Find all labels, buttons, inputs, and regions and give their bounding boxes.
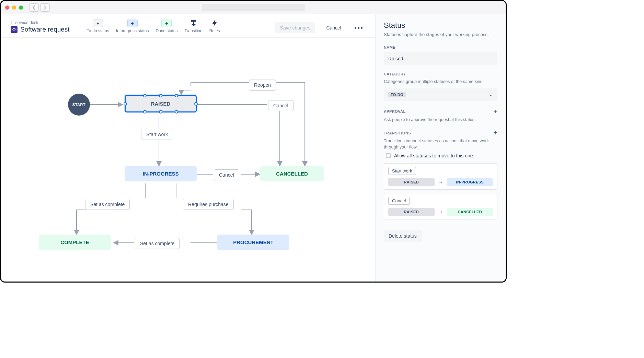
add-done-status-button[interactable]: + Done status [156,20,177,33]
status-procurement[interactable]: PROCUREMENT [217,235,289,250]
add-todo-status-button[interactable]: + To-do status [87,20,109,33]
status-raised[interactable]: RAISED [125,95,197,112]
resize-handle-w[interactable] [124,102,127,106]
status-label: IN-PROGRESS [142,171,179,177]
arrow-right-icon: → [438,179,444,185]
transition-card-name: Start work [388,167,416,175]
checkbox-icon [386,153,391,158]
resize-handle-s3[interactable] [175,110,178,114]
allow-all-checkbox-row[interactable]: Allow all statuses to move to this one. [384,153,497,158]
status-label: RAISED [151,101,171,107]
transition-icon [190,20,197,27]
nav-back-button[interactable] [29,3,39,12]
category-field-label: CATEGORY [384,72,497,76]
transition-card[interactable]: CancelRAISED→CANCELLED [384,193,497,219]
traffic-lights [5,5,23,10]
app-window: IT service desk <> Software request + To… [0,0,507,283]
breadcrumb[interactable]: IT service desk [11,20,70,25]
status-label: COMPLETE [60,239,89,245]
transition-from-status: RAISED [388,208,435,216]
plus-icon: + [93,20,103,27]
resize-handle-n1[interactable] [143,94,147,97]
mac-titlebar [1,1,506,14]
name-field-label: NAME [384,45,497,49]
resize-handle-n2[interactable] [159,94,162,97]
rules-button[interactable]: Rules [209,20,220,33]
resize-handle-s1[interactable] [143,110,147,114]
start-node[interactable]: START [68,94,90,116]
transition-card-name: Cancel [388,197,410,205]
transition-to-status: CANCELLED [447,208,493,216]
resize-handle-s2[interactable] [159,110,162,114]
transition-set-complete-left[interactable]: Set as complete [85,199,130,210]
status-inspector-panel: Status Statuses capture the stages of yo… [375,14,506,282]
workflow-canvas[interactable]: START RAISED IN-PROGRESS [1,38,375,282]
url-bar[interactable] [202,4,305,11]
project-type-icon: <> [11,26,18,33]
transition-card[interactable]: Start workRAISED→IN-PROGRESS [384,163,497,190]
project-title-text: Software request [20,26,70,33]
toolbar-label: Rules [209,28,220,33]
transition-to-status: IN-PROGRESS [447,178,493,186]
transition-requires-purchase[interactable]: Requires purchase [183,199,234,210]
plus-icon: + [127,20,138,27]
approval-help-text: Ask people to approve the request at thi… [384,117,497,123]
transition-reopen[interactable]: Reopen [249,80,276,91]
lightning-icon [211,20,218,27]
divider [384,223,497,223]
toolbar-label: To-do status [87,28,109,33]
category-value: TO-DO [388,92,406,97]
minimize-window-icon[interactable] [12,5,16,10]
panel-subtitle: Statuses capture the stages of your work… [384,32,497,37]
status-label: CANCELLED [276,171,308,177]
status-complete[interactable]: COMPLETE [39,235,111,250]
maximize-window-icon[interactable] [19,5,23,10]
save-changes-button[interactable]: Save changes [275,22,315,33]
category-select[interactable]: TO-DO ⌄ [384,88,497,101]
status-name-input[interactable] [384,52,497,65]
browser-nav [29,3,50,12]
transition-start-work[interactable]: Start work [141,129,173,140]
toolbar-label: In progress status [116,28,149,33]
status-label: PROCUREMENT [233,239,274,245]
status-cancelled[interactable]: CANCELLED [260,166,324,181]
nav-forward-button[interactable] [40,3,50,12]
add-transition-button[interactable]: + [493,129,497,137]
approval-section-label: APPROVAL [384,109,406,114]
category-help-text: Categories group multiple statuses of th… [384,79,497,85]
start-label: START [72,103,85,107]
workflow-toolbar: + To-do status + In progress status + Do… [87,20,220,33]
transitions-section-label: TRANSITIONS [384,131,411,135]
transitions-help-text: Transitions connect statuses as actions … [384,138,497,150]
cancel-button[interactable]: Cancel [321,22,346,33]
panel-title: Status [384,21,497,30]
workflow-header: IT service desk <> Software request + To… [1,20,375,38]
transition-from-status: RAISED [388,178,435,186]
transition-cancel-mid[interactable]: Cancel [214,169,239,180]
status-in-progress[interactable]: IN-PROGRESS [125,166,197,181]
project-title: <> Software request [11,26,70,33]
toolbar-label: Done status [156,28,177,33]
add-transition-button[interactable]: Transition [184,20,202,33]
more-actions-button[interactable]: ••• [352,24,366,32]
allow-all-label: Allow all statuses to move to this one. [394,153,474,158]
delete-status-button[interactable]: Delete status [384,230,422,242]
plus-icon: + [161,20,172,27]
chevron-down-icon: ⌄ [489,92,493,97]
arrow-right-icon: → [438,209,444,215]
toolbar-label: Transition [184,28,202,33]
add-approval-button[interactable]: + [493,108,497,116]
resize-handle-n3[interactable] [175,94,178,97]
transition-set-complete-right[interactable]: Set as complete [135,238,180,249]
transition-cancel-top[interactable]: Cancel [268,100,294,111]
resize-handle-e[interactable] [194,102,198,106]
add-progress-status-button[interactable]: + In progress status [116,20,149,33]
svg-rect-0 [191,20,196,22]
close-window-icon[interactable] [5,5,9,10]
